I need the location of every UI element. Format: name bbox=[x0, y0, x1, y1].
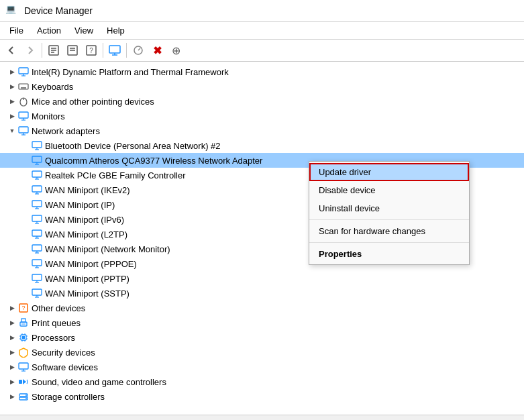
svg-rect-68 bbox=[22, 336, 25, 339]
tree-arrow-wan-ikev2[interactable] bbox=[20, 185, 31, 195]
tree-item-intel[interactable]: ▶ Intel(R) Dynamic Platform and Thermal … bbox=[0, 64, 524, 79]
tree-item-network[interactable]: ▼ Network adapters bbox=[0, 123, 524, 138]
tree-item-storage[interactable]: ▶ Storage controllers bbox=[0, 389, 524, 404]
tree-arrow-software[interactable]: ▶ bbox=[7, 362, 17, 372]
svg-rect-77 bbox=[19, 363, 28, 369]
tree-arrow-print[interactable]: ▶ bbox=[7, 317, 17, 328]
svg-point-84 bbox=[25, 398, 27, 399]
tree-arrow-wan-pptp[interactable] bbox=[20, 273, 31, 284]
tree-arrow-bluetooth[interactable] bbox=[20, 140, 31, 151]
svg-rect-16 bbox=[19, 84, 28, 89]
svg-text:?: ? bbox=[89, 47, 93, 54]
tree-item-other[interactable]: ▶ ? Other devices bbox=[0, 301, 524, 315]
tree-label-intel: Intel(R) Dynamic Platform and Thermal Fr… bbox=[32, 67, 229, 77]
tree-label-sound: Sound, video and game controllers bbox=[32, 377, 166, 387]
tree-icon-mice bbox=[17, 95, 30, 107]
tree-label-processors: Processors bbox=[32, 333, 75, 343]
tree-arrow-wan-pppoe[interactable] bbox=[20, 258, 31, 269]
tree-item-keyboards[interactable]: ▶ Keyboards bbox=[0, 79, 524, 94]
forward-button[interactable] bbox=[21, 42, 39, 59]
tree-arrow-other[interactable]: ▶ bbox=[7, 303, 17, 313]
menu-view[interactable]: View bbox=[68, 23, 100, 38]
add-button[interactable]: ⊕ bbox=[167, 42, 185, 59]
svg-rect-50 bbox=[32, 245, 42, 251]
tree-item-monitors[interactable]: ▶ Monitors bbox=[0, 109, 524, 123]
help-button[interactable]: ? bbox=[83, 42, 100, 59]
toolbar-sep-1 bbox=[42, 43, 42, 58]
update-driver-button[interactable] bbox=[64, 42, 81, 59]
context-menu-item-scan[interactable]: Scan for hardware changes bbox=[309, 222, 469, 240]
menu-help[interactable]: Help bbox=[100, 23, 132, 38]
tree-item-print[interactable]: ▶ Print queues bbox=[0, 315, 524, 330]
tree-item-sound[interactable]: ▶ Sound, video and game controllers bbox=[0, 374, 524, 389]
svg-rect-59 bbox=[32, 289, 42, 295]
tree-arrow-wan-netmon[interactable] bbox=[20, 244, 31, 254]
tree-arrow-network[interactable]: ▼ bbox=[7, 125, 17, 136]
tree-label-wan-pppoe: WAN Miniport (PPPOE) bbox=[45, 259, 137, 269]
tree-icon-security bbox=[17, 346, 30, 358]
tree-label-network: Network adapters bbox=[32, 126, 100, 136]
tree-arrow-wan-ip[interactable] bbox=[20, 199, 31, 210]
tree-item-bluetooth[interactable]: Bluetooth Device (Personal Area Network)… bbox=[0, 138, 524, 153]
menu-action[interactable]: Action bbox=[30, 23, 68, 38]
tree-arrow-wan-ipv6[interactable] bbox=[20, 214, 31, 225]
tree-arrow-sound[interactable]: ▶ bbox=[7, 376, 17, 387]
tree-arrow-realtek[interactable] bbox=[20, 170, 31, 180]
context-menu-item-update[interactable]: Update driver bbox=[309, 163, 469, 181]
tree-item-wan-pptp[interactable]: WAN Miniport (PPTP) bbox=[0, 271, 524, 286]
tree-icon-wan-ikev2 bbox=[31, 184, 43, 196]
tree-icon-wan-l2tp bbox=[31, 228, 43, 240]
tree-item-software[interactable]: ▶ Software devices bbox=[0, 360, 524, 374]
properties-button[interactable] bbox=[45, 42, 62, 59]
tree-arrow-security[interactable]: ▶ bbox=[7, 347, 17, 358]
svg-rect-13 bbox=[19, 68, 28, 74]
tree-label-wan-l2tp: WAN Miniport (L2TP) bbox=[45, 229, 127, 240]
tree-label-wan-ip: WAN Miniport (IP) bbox=[45, 200, 115, 210]
tree-arrow-storage[interactable]: ▶ bbox=[7, 391, 17, 402]
svg-text:?: ? bbox=[21, 305, 25, 311]
tree-item-processors[interactable]: ▶ Processors bbox=[0, 330, 524, 345]
tree-label-bluetooth: Bluetooth Device (Personal Area Network)… bbox=[45, 141, 221, 151]
menu-file[interactable]: File bbox=[3, 23, 30, 38]
context-menu-item-disable[interactable]: Disable device bbox=[309, 181, 469, 199]
tree-label-wan-ikev2: WAN Miniport (IKEv2) bbox=[45, 185, 130, 195]
tree-icon-intel bbox=[17, 66, 30, 78]
tree-arrow-mice[interactable]: ▶ bbox=[7, 96, 17, 107]
title-bar: 💻 Device Manager bbox=[0, 0, 524, 22]
display-button[interactable] bbox=[106, 42, 123, 59]
tree-arrow-wan-l2tp[interactable] bbox=[20, 229, 31, 240]
tree-icon-other: ? bbox=[17, 302, 30, 314]
tree-icon-network bbox=[17, 125, 30, 137]
uninstall-button[interactable]: ✖ bbox=[148, 42, 166, 59]
tree-label-realtek: Realtek PCIe GBE Family Controller bbox=[45, 170, 186, 180]
tree-label-security: Security devices bbox=[32, 348, 95, 358]
tree-arrow-intel[interactable]: ▶ bbox=[7, 66, 17, 77]
back-button[interactable] bbox=[3, 42, 20, 59]
tree-arrow-keyboards[interactable]: ▶ bbox=[7, 81, 17, 92]
tree-item-wan-sstp[interactable]: WAN Miniport (SSTP) bbox=[0, 286, 524, 301]
toolbar: ? ✖ ⊕ bbox=[0, 40, 524, 62]
tree-item-mice[interactable]: ▶ Mice and other pointing devices bbox=[0, 94, 524, 109]
tree-arrow-processors[interactable]: ▶ bbox=[7, 332, 17, 343]
tree-icon-software bbox=[17, 361, 30, 373]
tree-label-mice: Mice and other pointing devices bbox=[32, 97, 154, 107]
svg-rect-53 bbox=[32, 260, 42, 266]
tree-icon-wan-ip bbox=[31, 199, 43, 211]
tree-icon-keyboards bbox=[17, 81, 30, 93]
tree-label-qualcomm: Qualcomm Atheros QCA9377 Wireless Networ… bbox=[45, 156, 262, 166]
tree-icon-wan-sstp bbox=[31, 287, 43, 299]
scan-button[interactable] bbox=[129, 42, 147, 59]
tree-icon-bluetooth bbox=[31, 140, 43, 152]
svg-rect-35 bbox=[32, 171, 42, 177]
tree-arrow-wan-sstp[interactable] bbox=[20, 288, 31, 299]
context-menu-item-props[interactable]: Properties bbox=[309, 245, 469, 263]
tree-icon-print bbox=[17, 317, 30, 329]
svg-rect-9 bbox=[109, 46, 120, 53]
tree-label-storage: Storage controllers bbox=[32, 392, 105, 402]
tree-item-security[interactable]: ▶ Security devices bbox=[0, 345, 524, 360]
tree-arrow-monitors[interactable]: ▶ bbox=[7, 111, 17, 121]
tree-label-wan-sstp: WAN Miniport (SSTP) bbox=[45, 288, 129, 299]
menu-bar: File Action View Help bbox=[0, 22, 524, 40]
tree-arrow-qualcomm[interactable] bbox=[20, 155, 31, 166]
context-menu-item-uninstall[interactable]: Uninstall device bbox=[309, 199, 469, 217]
